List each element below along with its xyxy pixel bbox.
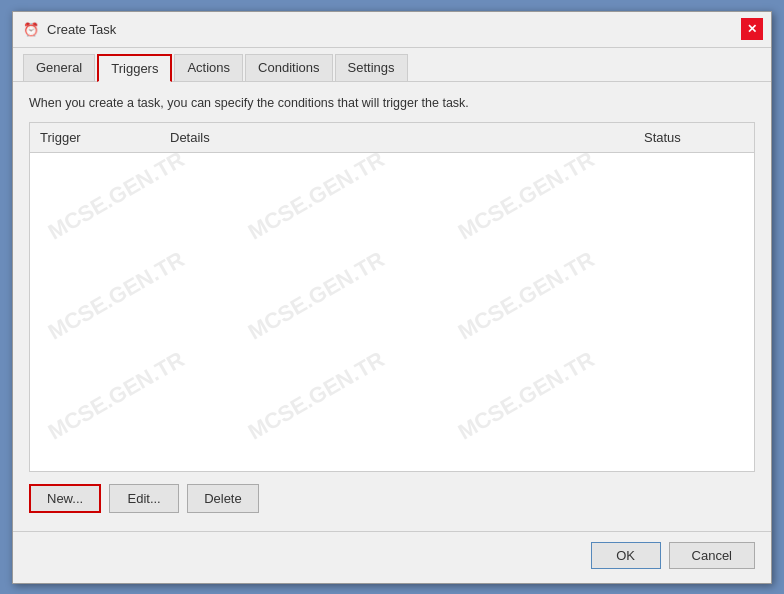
delete-button[interactable]: Delete [187,484,259,513]
edit-button[interactable]: Edit... [109,484,179,513]
column-status-header: Status [634,127,754,148]
column-trigger-header: Trigger [30,127,160,148]
tab-conditions[interactable]: Conditions [245,54,332,81]
window-title: Create Task [47,22,116,37]
column-details-header: Details [160,127,634,148]
tab-bar: General Triggers Actions Conditions Sett… [13,48,771,82]
title-bar: ⏰ Create Task ✕ [13,12,771,48]
close-button[interactable]: ✕ [741,18,763,40]
title-bar-left: ⏰ Create Task [21,19,116,39]
footer: OK Cancel [13,531,771,583]
description-text: When you create a task, you can specify … [29,96,755,110]
ok-button[interactable]: OK [591,542,661,569]
table-body [30,153,754,471]
triggers-table: MCSE.GEN.TR MCSE.GEN.TR MCSE.GEN.TR MCSE… [29,122,755,472]
clock-icon: ⏰ [21,19,41,39]
create-task-window: ⏰ Create Task ✕ General Triggers Actions… [12,11,772,584]
new-button[interactable]: New... [29,484,101,513]
tab-content: When you create a task, you can specify … [13,82,771,531]
tab-actions[interactable]: Actions [174,54,243,81]
tab-general[interactable]: General [23,54,95,81]
table-header: Trigger Details Status [30,123,754,153]
cancel-button[interactable]: Cancel [669,542,755,569]
tab-settings[interactable]: Settings [335,54,408,81]
tab-triggers[interactable]: Triggers [97,54,172,82]
action-buttons: New... Edit... Delete [29,484,755,517]
